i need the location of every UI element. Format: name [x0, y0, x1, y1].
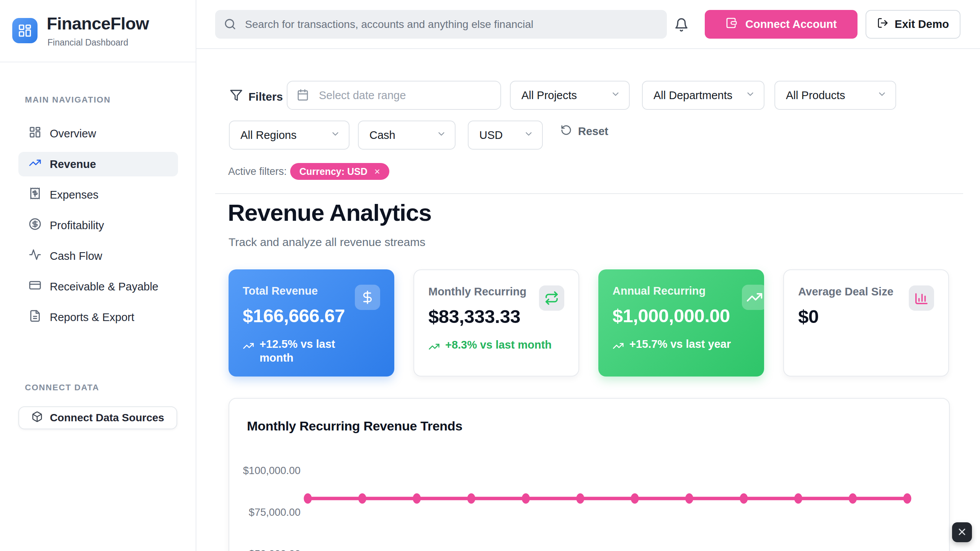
sidebar-item-reports-export[interactable]: Reports & Export [18, 305, 178, 329]
metric-value: $1,000,000.00 [612, 305, 750, 326]
metric-card-monthly-recurring: Monthly Recurring $83,333.33 +8.3% vs la… [413, 269, 579, 377]
metric-card-average-deal-size: Average Deal Size $0 [783, 269, 949, 377]
regions-select-value: All Regions [240, 129, 297, 142]
sidebar-item-cash-flow[interactable]: Cash Flow [18, 244, 178, 268]
bar-chart-icon [909, 285, 934, 311]
sidebar-item-label: Reports & Export [50, 311, 134, 324]
sidebar-item-profitability[interactable]: Profitability [18, 213, 178, 238]
metric-title: Annual Recurring [612, 285, 727, 297]
sidebar: FinanceFlow Financial Dashboard MAIN NAV… [0, 0, 196, 551]
chart-data-point[interactable] [903, 493, 911, 504]
brand-header: FinanceFlow Financial Dashboard [0, 0, 196, 62]
wallet-icon [725, 17, 738, 32]
notifications-button[interactable] [673, 17, 690, 34]
sidebar-item-receivable-payable[interactable]: Receivable & Payable [18, 274, 178, 299]
dismiss-overlay-button[interactable] [952, 522, 972, 542]
currency-select[interactable]: USD [468, 121, 543, 150]
chart-data-point[interactable] [849, 493, 857, 504]
connect-account-label: Connect Account [745, 18, 837, 31]
metric-change: +12.5% vs last month [243, 337, 380, 365]
circle-dollar-icon [29, 218, 41, 233]
connect-data-sources-button[interactable]: Connect Data Sources [18, 406, 177, 429]
connect-data-sources-label: Connect Data Sources [50, 412, 164, 424]
products-select-value: All Products [786, 89, 845, 102]
sidebar-item-expenses[interactable]: Expenses [18, 183, 178, 207]
chart-data-point[interactable] [304, 493, 312, 504]
chart-data-point[interactable] [685, 493, 693, 504]
search-input[interactable] [215, 10, 667, 39]
mrr-line-chart[interactable] [229, 399, 951, 551]
page-title: Revenue Analytics [228, 199, 431, 226]
global-search [215, 10, 667, 39]
chart-data-point[interactable] [740, 493, 748, 504]
section-divider [215, 193, 963, 194]
filters-label-text: Filters [248, 90, 283, 103]
exit-demo-label: Exit Demo [895, 18, 949, 31]
connect-data-heading: CONNECT DATA [25, 383, 99, 393]
funnel-icon [230, 89, 243, 104]
departments-select[interactable]: All Departments [642, 81, 764, 110]
metric-title: Monthly Recurring [428, 285, 543, 298]
connect-account-button[interactable]: Connect Account [705, 10, 858, 39]
chip-remove-icon[interactable]: × [374, 166, 380, 178]
exit-demo-button[interactable]: Exit Demo [866, 10, 960, 39]
nav-section-heading: MAIN NAVIGATION [25, 95, 111, 105]
currency-select-value: USD [479, 129, 503, 142]
metric-change-text: +8.3% vs last month [445, 338, 552, 352]
app-title: FinanceFlow [47, 14, 149, 34]
chart-data-point[interactable] [467, 493, 475, 504]
trending-up-icon [243, 337, 254, 355]
cube-icon [31, 411, 43, 425]
main-content: Filters All Projects All Departments All… [196, 49, 980, 551]
reset-filters-button[interactable]: Reset [560, 124, 608, 139]
credit-card-icon [29, 279, 41, 294]
chevron-down-icon [524, 129, 534, 142]
trending-up-icon [612, 337, 624, 355]
bell-icon [674, 28, 689, 33]
date-range-field [287, 81, 501, 110]
products-select[interactable]: All Products [774, 81, 896, 110]
metric-change: +15.7% vs last year [612, 337, 750, 355]
page-subtitle: Track and analyze all revenue streams [229, 236, 425, 249]
sidebar-item-label: Receivable & Payable [50, 280, 158, 293]
metric-change-text: +15.7% vs last year [629, 337, 731, 351]
departments-select-value: All Departments [653, 89, 732, 102]
receipt-icon [29, 187, 41, 202]
sidebar-item-revenue[interactable]: Revenue [18, 152, 178, 176]
trending-up-icon [29, 156, 41, 172]
chart-data-point[interactable] [631, 493, 639, 504]
projects-select[interactable]: All Projects [510, 81, 630, 110]
chart-data-point[interactable] [413, 493, 421, 504]
payment-method-select[interactable]: Cash [358, 121, 456, 150]
chevron-down-icon [745, 89, 755, 102]
chart-data-point[interactable] [576, 493, 584, 504]
file-text-icon [29, 310, 41, 325]
main-navigation: Overview Revenue Expenses Profitability [18, 121, 178, 336]
sidebar-item-label: Cash Flow [50, 250, 102, 262]
chevron-down-icon [436, 129, 446, 142]
trending-up-icon [428, 338, 440, 355]
app-tagline: Financial Dashboard [47, 37, 128, 48]
projects-select-value: All Projects [521, 89, 577, 102]
sidebar-item-label: Profitability [50, 219, 104, 232]
reset-label: Reset [578, 125, 608, 138]
sidebar-item-label: Revenue [50, 158, 96, 171]
calendar-icon [297, 89, 309, 103]
chevron-down-icon [330, 129, 340, 142]
repeat-icon [539, 285, 564, 311]
metric-title: Average Deal Size [798, 285, 913, 298]
active-filter-chip-currency[interactable]: Currency: USD × [290, 163, 389, 180]
activity-icon [29, 248, 41, 264]
payment-method-select-value: Cash [369, 129, 395, 142]
chart-data-point[interactable] [358, 493, 366, 504]
regions-select[interactable]: All Regions [229, 121, 350, 150]
metric-title: Total Revenue [243, 285, 358, 297]
metric-change-text: +12.5% vs last month [260, 337, 371, 365]
sidebar-item-overview[interactable]: Overview [18, 121, 178, 146]
chart-data-point[interactable] [794, 493, 802, 504]
chart-data-point[interactable] [522, 493, 530, 504]
search-icon [224, 18, 237, 32]
date-range-input[interactable] [287, 81, 501, 110]
metric-change: +8.3% vs last month [428, 338, 564, 355]
rotate-ccw-icon [560, 124, 572, 139]
